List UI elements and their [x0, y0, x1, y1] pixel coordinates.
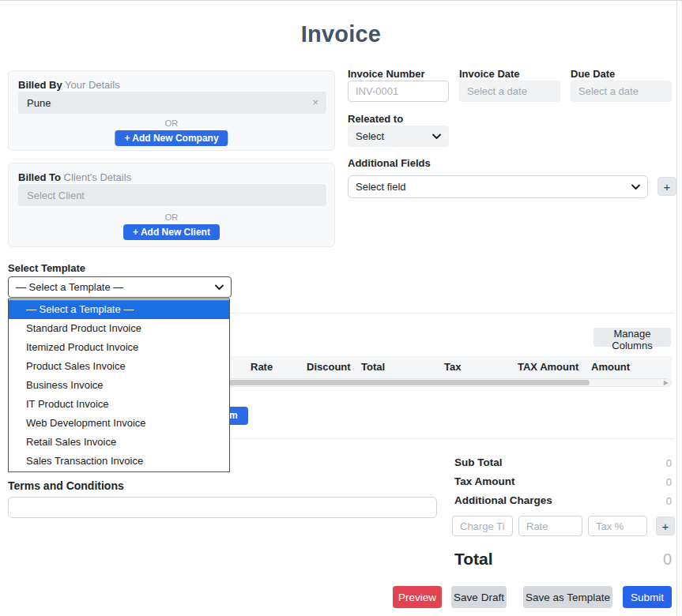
additional-charges-label: Additional Charges [454, 494, 552, 506]
template-option[interactable]: IT Product Invoice [9, 395, 229, 414]
template-select[interactable]: — Select a Template — [8, 276, 232, 298]
total-value: 0 [553, 550, 672, 569]
invoice-form-page: Invoice Billed By Your Details × OR + Ad… [0, 0, 682, 616]
template-option[interactable]: Itemized Product Invoice [9, 338, 229, 357]
billed-by-card: Billed By Your Details × OR + Add New Co… [8, 70, 335, 151]
column-header-tax: Tax [444, 356, 461, 378]
chevron-down-icon [631, 184, 640, 190]
template-option[interactable]: Web Development Invoice [9, 414, 229, 433]
company-input[interactable] [18, 92, 326, 114]
tax-amount-value: 0 [553, 476, 672, 488]
page-right-border [676, 1, 677, 616]
column-header-total: Total [361, 356, 385, 378]
terms-input[interactable] [8, 497, 437, 518]
company-select-field[interactable]: × [18, 92, 326, 114]
or-divider-text: OR [9, 212, 334, 222]
save-draft-button[interactable]: Save Draft [451, 586, 507, 608]
template-option[interactable]: Standard Product Invoice [9, 319, 229, 338]
add-charge-button[interactable]: + [656, 516, 675, 535]
terms-and-conditions-label: Terms and Conditions [8, 479, 124, 492]
save-as-template-button[interactable]: Save as Template [523, 586, 612, 608]
invoice-date-label: Invoice Date [459, 68, 520, 80]
add-new-company-button[interactable]: + Add New Company [115, 130, 228, 146]
billed-by-title: Billed By [18, 79, 62, 91]
add-field-button[interactable]: + [658, 177, 676, 196]
subtotal-value: 0 [553, 457, 672, 469]
charge-rate-input[interactable] [518, 516, 582, 536]
additional-fields-select[interactable]: Select field [348, 175, 648, 198]
charge-tax-input[interactable] [588, 516, 647, 536]
related-to-select[interactable]: Select [348, 126, 449, 147]
column-header-tax-amount: TAX Amount [518, 356, 578, 378]
due-date-input[interactable] [571, 81, 672, 102]
client-input[interactable] [18, 184, 326, 206]
additional-fields-value: Select field [356, 181, 406, 193]
invoice-number-input[interactable] [348, 81, 449, 102]
clear-icon[interactable]: × [312, 96, 318, 108]
billed-by-label: Billed By Your Details [18, 79, 120, 91]
related-to-label: Releated to [348, 113, 403, 125]
manage-columns-button[interactable]: Manage Columns [593, 328, 671, 347]
billed-by-subtitle: Your Details [65, 79, 120, 91]
template-select-value: — Select a Template — [16, 281, 123, 293]
template-option[interactable]: Product Sales Invoice [9, 357, 229, 376]
billed-to-subtitle: Client's Details [64, 171, 132, 183]
billed-to-card: Billed To Client's Details OR + Add New … [8, 163, 335, 247]
chevron-down-icon [432, 133, 441, 140]
preview-button[interactable]: Preview [393, 586, 442, 608]
total-label: Total [454, 550, 493, 569]
subtotal-label: Sub Total [454, 456, 503, 468]
add-new-client-button[interactable]: + Add New Client [123, 224, 220, 240]
template-option[interactable]: Sales Transaction Invoice [9, 452, 229, 471]
template-dropdown-list: — Select a Template — Standard Product I… [8, 299, 230, 472]
template-option[interactable]: Business Invoice [9, 376, 229, 395]
invoice-number-label: Invoice Number [348, 68, 425, 80]
charge-title-input[interactable] [452, 516, 513, 536]
template-option[interactable]: — Select a Template — [9, 300, 229, 319]
billed-to-label: Billed To Client's Details [18, 171, 131, 183]
column-header-discount: Discount [307, 356, 351, 378]
template-option[interactable]: Retail Sales Invoice [9, 433, 229, 452]
or-divider-text: OR [9, 118, 334, 128]
scrollbar-arrow-right-icon[interactable]: ▶ [664, 378, 669, 387]
select-template-label: Select Template [8, 262, 85, 274]
related-to-value: Select [356, 130, 384, 142]
due-date-label: Due Date [571, 68, 615, 80]
invoice-date-input[interactable] [459, 81, 560, 102]
column-header-amount: Amount [591, 356, 630, 378]
page-title: Invoice [0, 21, 682, 47]
chevron-down-icon [215, 284, 224, 291]
client-select-field[interactable] [18, 184, 326, 206]
additional-fields-label: Additional Fields [348, 157, 431, 169]
submit-button[interactable]: Submit [623, 586, 672, 608]
tax-amount-label: Tax Amount [454, 475, 515, 487]
billed-to-title: Billed To [18, 171, 61, 183]
column-header-rate: Rate [251, 356, 273, 378]
additional-charges-value: 0 [553, 495, 672, 507]
